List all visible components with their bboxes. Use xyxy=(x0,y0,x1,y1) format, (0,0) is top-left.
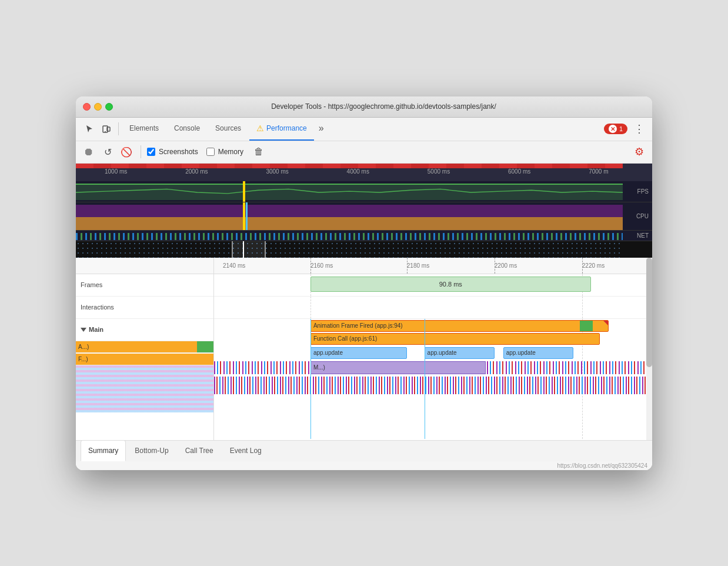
flame-label-function: F...) xyxy=(76,354,213,365)
screenshots-group: Screenshots xyxy=(147,148,198,156)
device-icon[interactable] xyxy=(98,121,115,137)
cursor-icon[interactable] xyxy=(81,121,97,137)
fps-spike xyxy=(243,181,245,202)
app-update-bar-2[interactable]: app.update xyxy=(425,347,495,359)
tab-sources[interactable]: Sources xyxy=(208,117,248,141)
tab-console[interactable]: Console xyxy=(167,117,207,141)
dashed-line-3 xyxy=(495,258,495,274)
frames-row: 90.8 ms xyxy=(214,274,652,297)
devtools-body: Elements Console Sources ⚠ Performance »… xyxy=(76,118,652,470)
fc-tick-2220: 2220 ms xyxy=(582,262,605,269)
screenshots-row xyxy=(76,241,652,258)
main-flame-area[interactable]: Animation Frame Fired (app.js:94) Functi… xyxy=(214,319,652,439)
ruler-tick-7000: 7000 m xyxy=(589,168,608,175)
m-bar[interactable]: M...) xyxy=(310,361,486,374)
tab-elements[interactable]: Elements xyxy=(122,117,166,141)
ruler-tick-3000: 3000 ms xyxy=(266,168,288,175)
tab-bottom-up[interactable]: Bottom-Up xyxy=(127,440,176,461)
screenshots-checkbox[interactable] xyxy=(147,148,155,156)
scrollbar-track[interactable] xyxy=(646,258,652,440)
flamechart-area: Frames Interactions Main A...) F...) xyxy=(76,258,652,440)
fc-tick-2180: 2180 ms xyxy=(407,262,429,269)
settings-icon[interactable]: ⚙ xyxy=(631,144,647,160)
bottom-tab-bar: Summary Bottom-Up Call Tree Event Log xyxy=(76,440,652,461)
fps-label: FPS xyxy=(637,188,649,195)
flame-label-animation: A...) xyxy=(76,341,213,353)
flamechart-labels: Frames Interactions Main A...) F...) xyxy=(76,258,214,440)
window-title: Developer Tools - https://googlechrome.g… xyxy=(122,102,645,111)
cpu-blue-spike xyxy=(246,202,248,230)
ruler-tick-1000: 1000 ms xyxy=(105,168,127,175)
tab-more[interactable]: » xyxy=(315,117,328,141)
interactions-label: Interactions xyxy=(76,297,213,319)
screenshots-label: Screenshots xyxy=(159,148,198,156)
memory-label: Memory xyxy=(218,148,243,156)
ruler-tick-2000: 2000 ms xyxy=(185,168,208,175)
more-menu-button[interactable]: ⋮ xyxy=(631,121,647,137)
titlebar: Developer Tools - https://googlechrome.g… xyxy=(76,96,652,118)
dashed-line-1 xyxy=(310,258,311,274)
traffic-lights xyxy=(83,103,113,111)
devtools-window: Developer Tools - https://googlechrome.g… xyxy=(76,96,652,470)
fps-row: FPS xyxy=(76,181,652,202)
flame-multi-left xyxy=(76,365,213,412)
reload-profile-button[interactable]: ↺ xyxy=(99,144,116,160)
minimize-button[interactable] xyxy=(94,103,102,111)
timeline-ruler: 1000 ms 2000 ms 3000 ms 4000 ms 5000 ms … xyxy=(76,168,652,181)
fc-tick-2160: 2160 ms xyxy=(310,262,333,269)
error-badge[interactable]: ✕ 1 xyxy=(604,124,627,134)
interactions-row xyxy=(214,297,652,319)
maximize-button[interactable] xyxy=(105,103,113,111)
record-button[interactable]: ⏺ xyxy=(81,144,97,160)
flame-cursor-left xyxy=(310,319,311,439)
timeline-overview[interactable]: 1000 ms 2000 ms 3000 ms 4000 ms 5000 ms … xyxy=(76,164,652,258)
trash-icon[interactable]: 🗑 xyxy=(251,144,267,160)
ruler-tick-6000: 6000 ms xyxy=(508,168,530,175)
cpu-label: CPU xyxy=(636,213,649,219)
footer-url: https://blog.csdn.net/qq632305424 xyxy=(76,461,652,470)
performance-toolbar: ⏺ ↺ 🚫 Screenshots Memory 🗑 ⚙ xyxy=(76,141,652,164)
clear-button[interactable]: 🚫 xyxy=(118,144,135,160)
dashed-int-1 xyxy=(310,297,311,318)
collapse-icon[interactable] xyxy=(81,328,86,332)
memory-checkbox[interactable] xyxy=(206,148,215,156)
cpu-spike xyxy=(243,202,245,230)
tab-call-tree[interactable]: Call Tree xyxy=(178,440,221,461)
main-label: Main xyxy=(76,319,213,341)
separator xyxy=(141,145,141,158)
screenshot-dots xyxy=(76,241,623,258)
cpu-row: CPU xyxy=(76,202,652,231)
close-button[interactable] xyxy=(83,103,91,111)
frame-block: 90.8 ms xyxy=(310,277,591,292)
fps-area xyxy=(76,184,623,200)
dashed-int-2 xyxy=(582,297,583,318)
dashed-line-4 xyxy=(582,258,583,274)
ruler-tick-4000: 4000 ms xyxy=(347,168,369,175)
fc-ruler-row: 2140 ms 2160 ms 2180 ms 2200 ms 2220 ms xyxy=(214,258,652,274)
timeline-cursor xyxy=(243,241,244,258)
fps-red-strip xyxy=(76,164,623,168)
warning-icon: ⚠ xyxy=(256,124,264,133)
app-update-bar-1[interactable]: app.update xyxy=(310,347,407,359)
tab-performance[interactable]: ⚠ Performance xyxy=(249,117,314,141)
micro-bars-container: M...) xyxy=(214,361,652,397)
flame-cursor-right xyxy=(425,319,425,439)
divider xyxy=(118,122,119,135)
fc-tick-2140: 2140 ms xyxy=(223,262,245,269)
error-icon: ✕ xyxy=(609,125,617,133)
svg-rect-1 xyxy=(107,127,110,131)
flamechart-content[interactable]: 2140 ms 2160 ms 2180 ms 2200 ms 2220 ms xyxy=(214,258,652,440)
micro-bar-row-2 xyxy=(214,377,652,394)
app-update-bar-3[interactable]: app.update xyxy=(503,347,573,359)
scrollbar-thumb[interactable] xyxy=(646,258,652,367)
tab-summary[interactable]: Summary xyxy=(81,440,126,461)
animation-frame-bar[interactable]: Animation Frame Fired (app.js:94) xyxy=(310,320,609,332)
ruler-tick-5000: 5000 ms xyxy=(428,168,450,175)
fc-tick-2200: 2200 ms xyxy=(495,262,517,269)
overview-selection[interactable] xyxy=(232,241,266,258)
cpu-yellow xyxy=(76,217,623,229)
function-call-bar[interactable]: Function Call (app.js:61) xyxy=(310,333,600,345)
net-bars xyxy=(76,233,623,240)
net-label: NET xyxy=(637,232,649,239)
tab-event-log[interactable]: Event Log xyxy=(222,440,269,461)
